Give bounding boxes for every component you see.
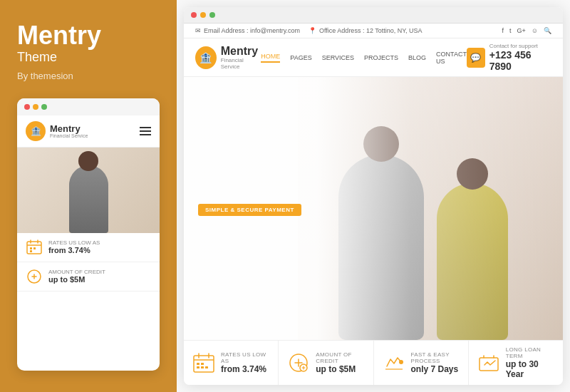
stat-icon-process bbox=[383, 351, 405, 374]
svg-point-19 bbox=[399, 360, 403, 364]
stat-item-4: LONG LOAN TERM up to 30 Year bbox=[469, 341, 563, 385]
svg-rect-4 bbox=[30, 247, 32, 249]
support-chat-icon: 💬 bbox=[467, 48, 485, 68]
navbar-support: 💬 Contact for support +123 456 7890 bbox=[467, 43, 551, 72]
search-icon[interactable]: 🔍 bbox=[544, 27, 551, 34]
nav-pages[interactable]: PAGES bbox=[290, 54, 311, 61]
mobile-window-dots bbox=[17, 98, 160, 115]
stat-4-text: LONG LOAN TERM up to 30 Year bbox=[506, 346, 554, 379]
stat-icon-rates bbox=[192, 351, 215, 374]
mobile-stat-1: RATES US LOW AS from 3.74% bbox=[17, 233, 160, 262]
mobile-brand: Mentry Financial Service bbox=[50, 124, 88, 138]
stats-bar: RATES US LOW AS from 3.74% AMOUNT OF CRE… bbox=[184, 340, 563, 385]
browser-title-bar bbox=[184, 7, 563, 24]
topbar-office: 📍 Office Address : 12 Tottino, NY, USA bbox=[309, 27, 423, 34]
topbar-contacts: ✉ Email Address : info@mentry.com 📍 Offi… bbox=[195, 27, 423, 34]
dot-yellow bbox=[33, 104, 38, 110]
stat-2-text: AMOUNT OF CREDIT up to $5M bbox=[316, 351, 364, 374]
office-icon: 📍 bbox=[309, 27, 316, 34]
svg-rect-14 bbox=[197, 366, 200, 368]
dot-red bbox=[24, 104, 30, 110]
nav-projects[interactable]: PROJECTS bbox=[364, 54, 398, 61]
svg-rect-12 bbox=[197, 363, 200, 365]
svg-rect-13 bbox=[201, 363, 204, 365]
mobile-stat-2: AMOUNT OF CREDIT up to $5M bbox=[17, 262, 160, 292]
facebook-icon[interactable]: f bbox=[502, 27, 504, 34]
mobile-header: 🏦 Mentry Financial Service bbox=[17, 115, 160, 148]
mobile-stat-2-text: AMOUNT OF CREDIT up to $5M bbox=[48, 269, 105, 284]
topbar-social: f t G+ ☺ 🔍 bbox=[502, 27, 552, 34]
site-navbar: 🏦 Mentry Financial Service HOME PAGES SE… bbox=[184, 38, 563, 77]
twitter-icon[interactable]: t bbox=[509, 27, 512, 34]
hamburger-menu-icon[interactable] bbox=[140, 127, 151, 135]
stat-item-1: RATES US LOW AS from 3.74% bbox=[184, 341, 279, 385]
svg-rect-5 bbox=[33, 247, 36, 249]
browser-dot-yellow bbox=[200, 12, 206, 18]
navbar-logo[interactable]: 🏦 Mentry Financial Service bbox=[195, 46, 261, 70]
left-panel: Mentry Theme By themesion 🏦 Mentry Finan… bbox=[0, 0, 177, 392]
stat-3-text: FAST & EASY PROCESS only 7 Days bbox=[411, 351, 460, 374]
email-icon: ✉ bbox=[195, 27, 201, 34]
support-info: Contact for support +123 456 7890 bbox=[489, 43, 551, 72]
nav-blog[interactable]: BLOG bbox=[408, 54, 426, 61]
site-hero: SIMPLE & SECURE PAYMENT bbox=[184, 77, 563, 340]
navbar-logo-icon: 🏦 bbox=[195, 46, 217, 69]
right-panel: ✉ Email Address : info@mentry.com 📍 Offi… bbox=[177, 0, 570, 392]
hero-badge: SIMPLE & SECURE PAYMENT bbox=[198, 204, 301, 216]
browser-dot-red bbox=[191, 12, 197, 18]
stat-icon-credit bbox=[287, 351, 310, 374]
nav-contact[interactable]: CONTACT US bbox=[436, 51, 467, 65]
stat-item-2: AMOUNT OF CREDIT up to $5M bbox=[279, 341, 373, 385]
topbar-email: ✉ Email Address : info@mentry.com bbox=[195, 27, 300, 34]
browser-window: ✉ Email Address : info@mentry.com 📍 Offi… bbox=[184, 7, 563, 385]
dot-green bbox=[41, 104, 47, 110]
navbar-brand-text: Mentry Financial Service bbox=[221, 46, 261, 70]
stat-icon-term bbox=[477, 351, 500, 374]
mobile-logo-area: 🏦 Mentry Financial Service bbox=[26, 121, 88, 141]
brand-title: Mentry bbox=[17, 21, 160, 50]
mobile-credit-icon bbox=[26, 268, 43, 285]
gplus-icon[interactable]: G+ bbox=[517, 27, 526, 34]
mobile-calendar-icon bbox=[26, 239, 43, 256]
nav-home[interactable]: HOME bbox=[261, 53, 280, 63]
mobile-stat-1-text: RATES US LOW AS from 3.74% bbox=[48, 239, 100, 254]
mobile-hero-bg bbox=[17, 148, 160, 233]
mobile-hero-image bbox=[17, 148, 160, 233]
brand-by: By themesion bbox=[17, 71, 160, 81]
mobile-logo-icon: 🏦 bbox=[26, 121, 46, 141]
svg-rect-6 bbox=[30, 250, 32, 252]
nav-services[interactable]: SERVICES bbox=[322, 54, 354, 61]
stat-1-text: RATES US LOW AS from 3.74% bbox=[221, 351, 269, 374]
browser-dot-green bbox=[209, 12, 215, 18]
stat-item-3: FAST & EASY PROCESS only 7 Days bbox=[374, 341, 469, 385]
site-topbar: ✉ Email Address : info@mentry.com 📍 Offi… bbox=[184, 24, 563, 38]
svg-rect-15 bbox=[201, 366, 204, 368]
brand-subtitle: Theme bbox=[17, 50, 160, 65]
instagram-icon[interactable]: ☺ bbox=[532, 27, 538, 34]
svg-rect-16 bbox=[205, 366, 208, 368]
nav-links: HOME PAGES SERVICES PROJECTS BLOG CONTAC… bbox=[261, 51, 466, 65]
mobile-preview-card: 🏦 Mentry Financial Service bbox=[17, 98, 160, 371]
hero-content: SIMPLE & SECURE PAYMENT bbox=[198, 202, 301, 216]
